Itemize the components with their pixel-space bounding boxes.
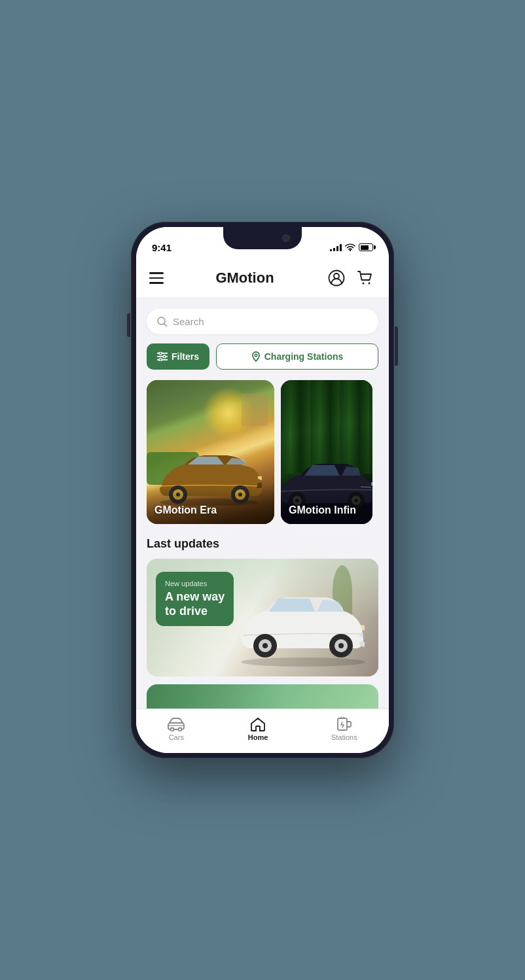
home-nav-icon	[249, 717, 266, 731]
svg-rect-36	[338, 718, 347, 730]
status-time: 9:41	[152, 242, 172, 253]
svg-point-8	[159, 352, 162, 355]
svg-point-11	[255, 354, 257, 357]
bottom-navigation: Cars Home	[136, 709, 389, 753]
svg-point-32	[338, 643, 344, 648]
phone-screen: 9:41	[136, 227, 389, 753]
update-card-title: A new wayto drive	[165, 590, 225, 618]
last-updates-heading: Last updates	[147, 537, 378, 551]
filters-icon	[157, 352, 168, 361]
svg-point-2	[362, 283, 364, 285]
svg-point-35	[179, 728, 182, 731]
svg-point-10	[159, 359, 162, 361]
update-car-illustration	[231, 588, 375, 667]
location-icon	[251, 351, 261, 362]
stations-nav-label: Stations	[331, 733, 357, 741]
app-header: GMotion	[136, 260, 389, 298]
battery-icon	[359, 243, 373, 251]
cars-row: GMotion Era	[147, 380, 378, 524]
home-icon	[250, 717, 266, 731]
filters-button[interactable]: Filters	[147, 343, 209, 370]
update-card-1[interactable]: New updates A new wayto drive	[147, 559, 378, 676]
status-icons	[330, 243, 373, 251]
profile-icon	[328, 270, 345, 287]
svg-point-34	[171, 728, 174, 731]
svg-point-3	[368, 283, 370, 285]
status-bar: 9:41	[136, 227, 389, 260]
cart-icon	[357, 270, 374, 287]
front-camera	[282, 234, 290, 242]
search-icon	[157, 317, 168, 327]
filters-label: Filters	[172, 351, 199, 362]
svg-point-9	[163, 355, 166, 358]
svg-point-29	[262, 643, 268, 648]
update-card-2[interactable]	[147, 684, 378, 709]
car-infinity-name: GMotion Infin	[289, 504, 356, 516]
charging-stations-label: Charging Stations	[264, 351, 344, 362]
search-input[interactable]: Search	[173, 316, 204, 327]
update-card-overlay: New updates A new wayto drive	[156, 572, 234, 626]
cart-button[interactable]	[355, 268, 376, 289]
home-nav-label: Home	[248, 733, 268, 741]
charging-station-icon	[336, 716, 352, 732]
phone-frame: 9:41	[131, 222, 394, 758]
header-action-icons	[326, 268, 376, 289]
cars-nav-label: Cars	[169, 733, 184, 741]
nav-item-cars[interactable]: Cars	[157, 716, 195, 743]
main-content: Search Filters	[136, 298, 389, 709]
cars-nav-icon	[168, 717, 185, 731]
profile-button[interactable]	[326, 268, 347, 289]
charging-stations-button[interactable]: Charging Stations	[216, 343, 378, 370]
car-era-name: GMotion Era	[154, 504, 217, 516]
nav-item-stations[interactable]: Stations	[321, 716, 368, 743]
search-bar[interactable]: Search	[147, 309, 378, 334]
nav-item-home[interactable]: Home	[238, 716, 279, 743]
svg-point-1	[334, 273, 339, 279]
svg-point-26	[241, 657, 365, 667]
car-card-infinity[interactable]: GMotion Infin	[281, 380, 372, 524]
stations-nav-icon	[336, 717, 353, 731]
signal-icon	[330, 243, 342, 251]
app-title: GMotion	[215, 270, 274, 287]
update-card-badge: New updates	[165, 580, 225, 587]
menu-button[interactable]	[149, 272, 164, 284]
car-icon	[168, 717, 185, 731]
car-card-era[interactable]: GMotion Era	[147, 380, 274, 524]
filter-row: Filters Charging Stations	[147, 343, 378, 370]
wifi-icon	[345, 243, 355, 251]
notch	[223, 227, 302, 249]
